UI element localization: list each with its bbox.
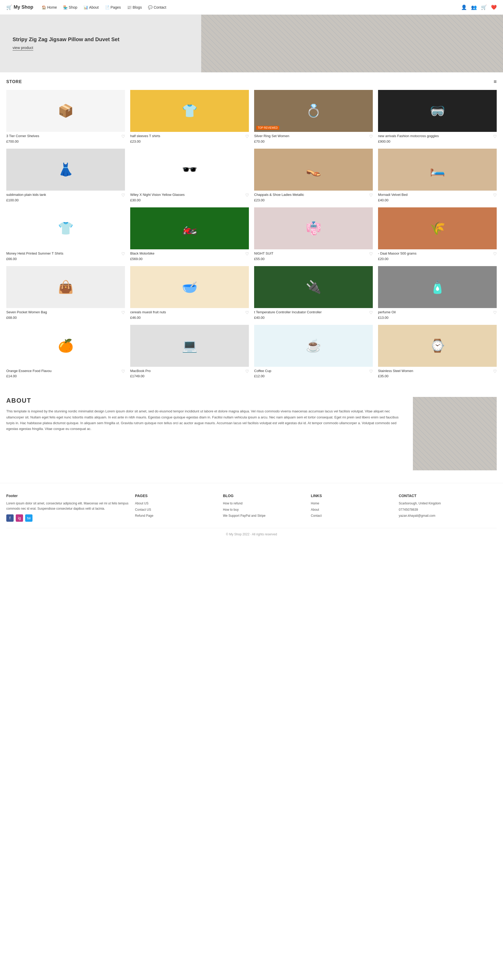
wishlist-button[interactable]: ♡ (245, 251, 249, 256)
product-card[interactable]: 👜 Seven Pocket Women Bag £68.00 ♡ (6, 266, 125, 320)
product-price: £70.00 (254, 140, 289, 143)
product-card[interactable]: 👕 Money Heist Printed Summer T Shirts £6… (6, 207, 125, 261)
wishlist-button[interactable]: ♡ (121, 310, 125, 315)
product-details: Stainless Steel Women £35.00 (378, 369, 413, 378)
footer-about-link[interactable]: About (311, 507, 393, 512)
wishlist-button[interactable]: ♡ (121, 251, 125, 256)
product-card[interactable]: ☕ Coffee Cup £12.00 ♡ (254, 325, 373, 378)
product-info: Mornadi Velvet Bed £40.00 ♡ (378, 193, 497, 202)
nav-shop[interactable]: 🏪 Shop (63, 5, 77, 10)
wishlist-button[interactable]: ♡ (121, 193, 125, 198)
product-card[interactable]: 💻 MacBook Pro £1749.00 ♡ (130, 325, 249, 378)
product-price: £23.00 (130, 140, 160, 143)
footer-col-blog: BLOG How to refund How to buy We Support… (223, 494, 305, 522)
wishlist-button[interactable]: ♡ (369, 193, 373, 198)
product-name: perfume Oil (378, 310, 395, 315)
footer-how-buy-link[interactable]: How to buy (223, 507, 305, 512)
wishlist-button[interactable]: ♡ (245, 310, 249, 315)
product-card[interactable]: 👡 Chappals & Shoe Ladies Metallic £23.00… (254, 149, 373, 202)
product-price: £12.00 (254, 374, 271, 378)
product-image: 👡 (254, 149, 373, 191)
product-card[interactable]: 🍊 Orange Essence Food Flavou £14.00 ♡ (6, 325, 125, 378)
product-image: ☕ (254, 325, 373, 367)
footer-home-link[interactable]: Home (311, 501, 393, 506)
product-image: ⌚ (378, 325, 497, 367)
product-price: £46.00 (130, 316, 166, 320)
product-card[interactable]: 🕶️ Wiley X Night Vision Yellow Glasses £… (130, 149, 249, 202)
about-text: ABOUT This template is inspired by the s… (6, 397, 402, 431)
footer-col-about: Footer Lorem ipsum dolor sit amet, conse… (6, 494, 129, 522)
footer-contact-us-link[interactable]: Contact US (135, 507, 217, 512)
nav-pages[interactable]: 📄 Pages (105, 5, 121, 10)
footer-paypal-link[interactable]: We Support PayPal and Stripe (223, 513, 305, 518)
product-name: Orange Essence Food Flavou (6, 369, 52, 373)
footer-contact-link[interactable]: Contact (311, 513, 393, 518)
wishlist-button[interactable]: ♡ (493, 134, 497, 139)
product-card[interactable]: 🛏️ Mornadi Velvet Bed £40.00 ♡ (378, 149, 497, 202)
hero-cta-button[interactable]: view product (13, 46, 33, 51)
product-price: £66.00 (6, 257, 63, 261)
wishlist-button[interactable]: ♡ (493, 369, 497, 374)
wishlist-button[interactable]: ♡ (245, 369, 249, 374)
brand[interactable]: 🛒 My Shop (6, 5, 33, 10)
product-name: Silver Ring Set Women (254, 134, 289, 138)
product-card[interactable]: 🌾 - Daal Masoor 500 grams £20.00 ♡ (378, 207, 497, 261)
wishlist-button[interactable]: ♡ (493, 251, 497, 256)
footer-col-pages: PAGES About US Contact US Refund Page (135, 494, 217, 522)
product-badge: TOP REVIEWED (256, 126, 279, 130)
hero-image (201, 15, 503, 72)
twitter-icon[interactable]: tw (25, 514, 32, 522)
footer-how-refund-link[interactable]: How to refund (223, 501, 305, 506)
user-icon[interactable]: 👤 (461, 5, 467, 10)
hero-text: Stripy Zig Zag Jigsaw Pillow and Duvet S… (13, 37, 119, 51)
product-image: 🕶️ (130, 149, 249, 191)
product-card[interactable]: 💍 TOP REVIEWED Silver Ring Set Women £70… (254, 90, 373, 143)
product-grid: 📦 3 Tier Corner Shelves £700.00 ♡ 👕 half… (6, 90, 497, 378)
wishlist-button[interactable]: ♡ (493, 193, 497, 198)
nav-contact[interactable]: 💬 Contact (148, 5, 166, 10)
filter-icon[interactable]: ≡ (493, 79, 497, 85)
footer-refund-link[interactable]: Refund Page (135, 513, 217, 518)
product-price: £1749.00 (130, 374, 151, 378)
footer-grid: Footer Lorem ipsum dolor sit amet, conse… (6, 494, 497, 522)
nav-home[interactable]: 🏠 Home (42, 5, 57, 10)
product-card[interactable]: 🔌 t Temperature Controller Incubator Con… (254, 266, 373, 320)
product-image: 🥣 (130, 266, 249, 308)
product-card[interactable]: 👕 half sleeves T shirts £23.00 ♡ (130, 90, 249, 143)
wishlist-icon[interactable]: ❤️ (491, 5, 497, 10)
product-price: £30.00 (130, 198, 185, 202)
wishlist-button[interactable]: ♡ (369, 251, 373, 256)
cart-nav-icon[interactable]: 🛒 (481, 5, 487, 10)
wishlist-button[interactable]: ♡ (245, 193, 249, 198)
product-card[interactable]: 🥣 cereals muesli fruit nuts £46.00 ♡ (130, 266, 249, 320)
product-card[interactable]: 📦 3 Tier Corner Shelves £700.00 ♡ (6, 90, 125, 143)
about-section: ABOUT This template is inspired by the s… (0, 384, 503, 483)
wishlist-button[interactable]: ♡ (369, 310, 373, 315)
product-price: £55.00 (254, 257, 273, 261)
product-name: Money Heist Printed Summer T Shirts (6, 251, 63, 256)
wishlist-button[interactable]: ♡ (369, 369, 373, 374)
wishlist-button[interactable]: ♡ (121, 369, 125, 374)
product-card[interactable]: ⌚ Stainless Steel Women £35.00 ♡ (378, 325, 497, 378)
store-title: STORE (6, 80, 22, 84)
product-card[interactable]: 👘 NIGHT SUIT £55.00 ♡ (254, 207, 373, 261)
wishlist-button[interactable]: ♡ (369, 134, 373, 139)
product-info: - Daal Masoor 500 grams £20.00 ♡ (378, 251, 497, 261)
nav-about[interactable]: 📊 About (84, 5, 99, 10)
facebook-icon[interactable]: f (6, 514, 14, 522)
instagram-icon[interactable]: ig (16, 514, 23, 522)
product-card[interactable]: 🧴 perfume Oil £13.00 ♡ (378, 266, 497, 320)
product-price: £13.00 (378, 316, 395, 320)
wishlist-button[interactable]: ♡ (121, 134, 125, 139)
group-icon[interactable]: 👥 (471, 5, 477, 10)
footer-about-us-link[interactable]: About US (135, 501, 217, 506)
product-card[interactable]: 🥽 new arrivals Fashion motocross goggles… (378, 90, 497, 143)
product-card[interactable]: 🏍️ Black Motorbike £569.00 ♡ (130, 207, 249, 261)
wishlist-button[interactable]: ♡ (245, 134, 249, 139)
product-price: £700.00 (6, 140, 39, 143)
product-details: Orange Essence Food Flavou £14.00 (6, 369, 52, 378)
wishlist-button[interactable]: ♡ (493, 310, 497, 315)
product-card[interactable]: 👗 sublimation plain kids tank £100.00 ♡ (6, 149, 125, 202)
footer-blog-title: BLOG (223, 494, 305, 498)
nav-blogs[interactable]: 📰 Blogs (127, 5, 142, 10)
